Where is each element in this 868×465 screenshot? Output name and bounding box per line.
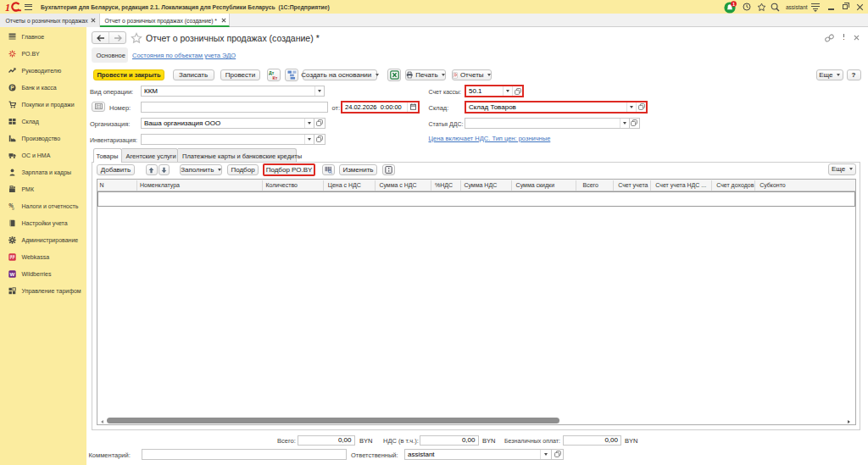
svg-text:1: 1 (5, 2, 10, 12)
svg-text:o: o (12, 207, 14, 210)
svg-text:Кт: Кт (273, 75, 278, 80)
svg-text:P: P (10, 85, 14, 91)
svg-text:1: 1 (732, 2, 735, 7)
svg-text:W: W (9, 271, 14, 277)
